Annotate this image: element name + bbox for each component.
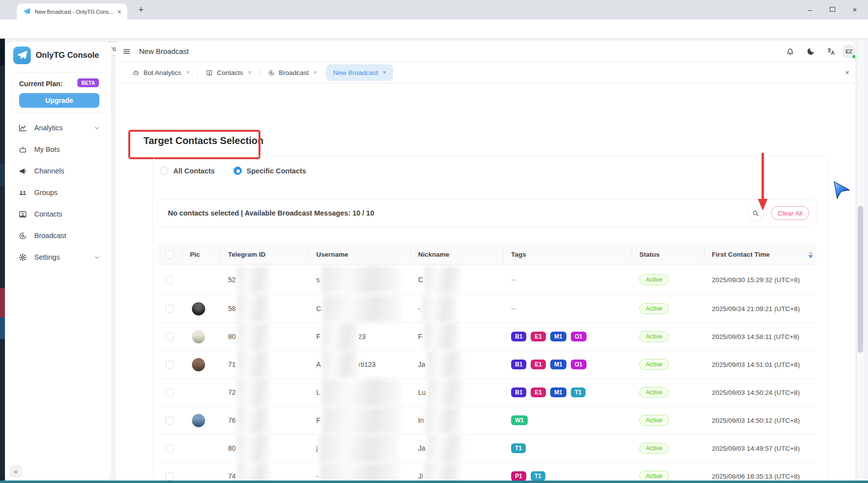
sidebar: OnlyTG Console Current Plan: BETA Upgrad… bbox=[5, 41, 112, 481]
browser-tab-title: New Broadcast - OnlyTG Console bbox=[35, 9, 116, 15]
redacted-blur bbox=[427, 435, 462, 461]
row-checkbox[interactable] bbox=[165, 333, 174, 341]
table-row[interactable]: 80F23FB1E1M1O1Active2025/09/03 14:58:11 … bbox=[158, 323, 817, 351]
sidebar-item-contacts[interactable]: Contacts bbox=[12, 204, 105, 224]
tag-pill: P1 bbox=[511, 471, 526, 481]
sidebar-item-channels[interactable]: Channels bbox=[12, 161, 105, 181]
first-contact-time: 2025/08/06 16:35:13 (UTC+8) bbox=[712, 473, 800, 480]
row-checkbox[interactable] bbox=[165, 444, 174, 453]
sidebar-item-settings[interactable]: Settings bbox=[12, 247, 105, 267]
sidebar-item-broadcast[interactable]: Broadcast bbox=[12, 226, 105, 245]
first-contact-time: 2025/09/03 14:50:24 (UTC+8) bbox=[712, 389, 800, 396]
column-first-contact-time[interactable]: First Contact Time bbox=[704, 249, 817, 261]
row-checkbox[interactable] bbox=[165, 416, 174, 425]
tab-contacts[interactable]: Contacts × bbox=[199, 64, 258, 81]
beta-badge: BETA bbox=[77, 78, 99, 87]
table-row[interactable]: 52sC--Active2025/09/30 15:29:32 (UTC+8) bbox=[158, 265, 817, 295]
table-row[interactable]: 74-JiP1T1Active2025/08/06 16:35:13 (UTC+… bbox=[158, 462, 817, 481]
username: - bbox=[316, 472, 319, 480]
sidebar-item-groups[interactable]: Groups bbox=[12, 183, 105, 202]
selection-status: No contacts selected | Available Broadca… bbox=[168, 209, 374, 217]
status-badge: Active bbox=[639, 443, 669, 454]
telegram-id: 74 bbox=[228, 472, 236, 480]
avatar bbox=[192, 414, 205, 427]
tab-close-icon[interactable]: × bbox=[248, 69, 252, 76]
status-badge: Active bbox=[639, 274, 669, 285]
tab-close-icon[interactable]: × bbox=[313, 69, 317, 76]
table-row[interactable]: 76FInW1Active2025/09/03 14:50:12 (UTC+8) bbox=[158, 407, 817, 435]
tag-pill: E1 bbox=[531, 387, 546, 397]
tag-pill: M1 bbox=[550, 360, 566, 369]
analytics-chart-icon bbox=[18, 123, 27, 133]
redacted-blur bbox=[237, 351, 270, 378]
broadcast-icon bbox=[268, 69, 275, 76]
tag-pill: E1 bbox=[531, 360, 546, 369]
sidebar-item-my-bots[interactable]: My Bots bbox=[12, 140, 105, 159]
redacted-blur bbox=[427, 379, 463, 406]
table-row[interactable]: 58C---Active2025/09/24 21:09:21 (UTC+8) bbox=[158, 295, 817, 323]
radio-all-contacts[interactable] bbox=[160, 167, 168, 175]
table-row[interactable]: 71Arti123JaB1E1M1O1Active2025/09/03 14:5… bbox=[158, 351, 817, 379]
tab-close-icon[interactable]: × bbox=[116, 8, 123, 16]
tag-pill: T1 bbox=[531, 471, 545, 481]
upgrade-button[interactable]: Upgrade bbox=[19, 93, 99, 108]
row-checkbox[interactable] bbox=[165, 388, 174, 397]
translate-icon[interactable] bbox=[826, 47, 836, 56]
online-status-dot bbox=[852, 54, 855, 59]
new-tab-button[interactable]: + bbox=[135, 4, 147, 15]
sidebar-collapse-button[interactable]: « bbox=[9, 465, 22, 478]
sidebar-item-analytics[interactable]: Analytics bbox=[12, 118, 105, 138]
telegram-id: 72 bbox=[228, 388, 236, 396]
nickname: - bbox=[418, 305, 421, 313]
row-checkbox[interactable] bbox=[165, 276, 174, 284]
status-badge: Active bbox=[639, 387, 669, 398]
tab-bot-analytics[interactable]: Bot Analytics × bbox=[125, 64, 196, 81]
select-all-checkbox[interactable] bbox=[165, 250, 174, 259]
tab-broadcast[interactable]: Broadcast × bbox=[261, 64, 324, 81]
bell-icon[interactable] bbox=[785, 47, 795, 56]
nickname: F bbox=[418, 333, 422, 340]
browser-tab[interactable]: New Broadcast - OnlyTG Console × bbox=[17, 3, 127, 20]
hamburger-menu-icon[interactable] bbox=[122, 47, 131, 56]
redacted-blur bbox=[424, 323, 459, 350]
app-logo-paper-plane-icon bbox=[13, 47, 31, 64]
tag-pill: B1 bbox=[511, 332, 526, 341]
tab-close-icon[interactable]: × bbox=[383, 69, 386, 76]
tabstrip-close-icon[interactable]: × bbox=[845, 68, 849, 76]
status-badge: Active bbox=[639, 415, 669, 426]
table-row[interactable]: 80jJaT1Active2025/09/03 14:49:57 (UTC+8) bbox=[158, 435, 817, 462]
username: F bbox=[316, 333, 321, 340]
megaphone-icon bbox=[18, 167, 27, 176]
page-scrollbar-track[interactable] bbox=[856, 41, 864, 481]
redacted-blur bbox=[237, 379, 270, 406]
username: s bbox=[316, 276, 320, 284]
window-minimize-button[interactable]: – bbox=[800, 0, 820, 19]
tag-pill: O1 bbox=[571, 360, 586, 369]
workspace-tab-strip: Bot Analytics × Contacts × Broadcast × N… bbox=[116, 62, 855, 83]
row-checkbox[interactable] bbox=[165, 305, 174, 313]
status-badge: Active bbox=[639, 331, 669, 342]
dark-mode-moon-icon[interactable] bbox=[806, 47, 816, 56]
app-title: OnlyTG Console bbox=[36, 50, 99, 60]
tab-close-icon[interactable]: × bbox=[186, 69, 189, 76]
sort-carets-icon[interactable] bbox=[809, 251, 813, 258]
window-maximize-button[interactable] bbox=[822, 0, 842, 19]
window-close-button[interactable]: × bbox=[845, 0, 865, 19]
content-area: Target Contacts Selection All Contacts S… bbox=[116, 83, 855, 481]
column-pic: Pic bbox=[182, 249, 220, 261]
page-scrollbar-thumb[interactable] bbox=[858, 206, 863, 353]
radio-specific-contacts[interactable] bbox=[234, 167, 242, 175]
table-row[interactable]: 72LLuB1E1M1T1Active2025/09/03 14:50:24 (… bbox=[158, 379, 817, 407]
first-contact-time: 2025/09/03 14:50:12 (UTC+8) bbox=[712, 417, 800, 424]
redacted-blur bbox=[424, 266, 460, 293]
row-checkbox[interactable] bbox=[165, 472, 174, 481]
status-badge: Active bbox=[639, 303, 669, 314]
row-checkbox[interactable] bbox=[165, 361, 174, 369]
clear-all-button[interactable]: Clear All bbox=[771, 206, 809, 220]
redacted-blur bbox=[424, 463, 460, 481]
contacts-mode-radio-group: All Contacts Specific Contacts bbox=[160, 167, 320, 175]
tab-new-broadcast[interactable]: New Broadcast × bbox=[326, 64, 393, 81]
nickname: C bbox=[418, 276, 423, 284]
plan-card: Current Plan: BETA Upgrade bbox=[12, 72, 105, 113]
no-tags: -- bbox=[511, 305, 516, 313]
